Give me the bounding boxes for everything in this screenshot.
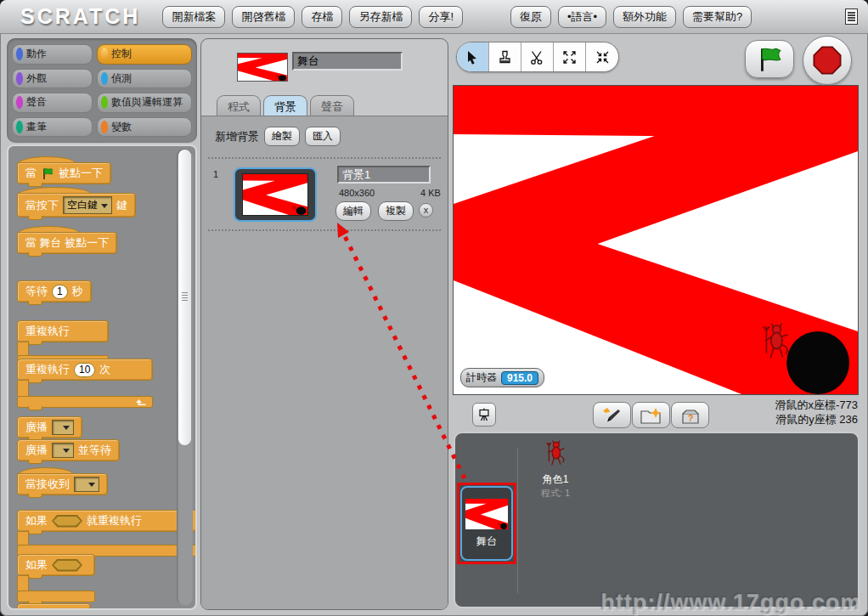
block-text: 等待 [25,284,48,299]
stage-thumbnail [465,499,508,529]
key-dropdown[interactable]: 空白鍵 [63,196,112,214]
c-spine [17,576,29,591]
message-dropdown[interactable] [74,477,99,492]
category-looks[interactable]: 外觀 [12,69,93,89]
easel-icon [476,407,492,422]
presentation-mode-button[interactable] [472,403,496,427]
number-input[interactable]: 10 [74,363,95,377]
block-when-i-receive[interactable]: 當接收到 [17,467,108,495]
timer-watcher[interactable]: 計時器 915.0 [460,368,544,387]
category-sensing[interactable]: 偵測 [97,69,192,89]
paintbrush-star-icon [601,406,623,425]
loop-arrow-icon [134,398,147,406]
stage-name-input[interactable] [292,52,403,71]
block-text: 次 [99,362,110,377]
shrink-sprite-tool[interactable] [586,42,618,71]
block-broadcast[interactable]: 廣播 [17,416,82,438]
new-background-label: 新增背景 [215,129,259,144]
background-name-input[interactable] [337,166,431,184]
menu-bar: SCRATCH 開新檔案 開啓舊檔 存檔 另存新檔 分享! 復原 •語言• 額外… [0,0,868,34]
save-as-button[interactable]: 另存新檔 [349,6,412,28]
tab-backgrounds[interactable]: 背景 [263,95,307,118]
share-button[interactable]: 分享! [419,6,463,28]
language-button[interactable]: •語言• [558,6,606,28]
broadcast-dropdown[interactable] [52,443,74,458]
shrink-arrows-icon [595,49,611,65]
block-text: 重複執行 [25,324,70,339]
open-file-button[interactable]: 開啓舊檔 [232,6,295,28]
stamp-tool[interactable] [489,42,521,71]
paint-background-button[interactable]: 繪製 [264,127,300,146]
save-button[interactable]: 存檔 [302,6,342,28]
copy-background-button[interactable]: 複製 [378,201,414,221]
scissors-icon [529,49,545,65]
block-wait[interactable]: 等待 1 秒 [17,280,92,302]
block-text: 重複執行 [25,362,70,377]
import-background-button[interactable]: 匯入 [305,127,341,146]
block-categories: 動作 控制 外觀 偵測 聲音 數值與邏輯運算 畫筆 變數 [7,38,197,143]
document-icon[interactable] [845,8,858,25]
c-bottom [17,591,95,602]
paint-new-sprite-button[interactable] [593,402,631,428]
arrow-tool[interactable] [457,42,489,71]
motion-color-dot [16,48,23,60]
stage: 計時器 915.0 [453,85,859,395]
undo-button[interactable]: 復原 [510,6,551,28]
category-control[interactable]: 控制 [97,44,192,65]
edit-background-button[interactable]: 編輯 [335,201,371,221]
category-motion[interactable]: 動作 [12,44,93,65]
background-dimensions: 480x360 [339,188,375,198]
stage-thumbnail [237,53,288,82]
folder-star-icon [640,406,663,425]
block-text: 當按下 [25,198,59,213]
palette-scrollbar[interactable] [177,149,193,606]
scrollbar-thumb[interactable] [178,150,191,445]
condition-slot[interactable] [52,559,82,572]
delete-background-button[interactable]: x [419,203,433,218]
c-spine [17,381,29,396]
block-text: 當 [25,166,37,181]
background-thumbnail[interactable] [234,167,317,222]
grow-sprite-tool[interactable] [554,42,586,71]
block-when-key-pressed[interactable]: 當按下 空白鍵 鍵 [17,187,136,218]
chevron-down-icon [101,204,108,212]
block-repeat-until[interactable]: 如果 就重複執行 [17,510,197,557]
sprite-list-item[interactable]: 角色1 程式: 1 [528,438,583,500]
category-label: 變數 [111,120,132,134]
condition-slot[interactable] [52,515,82,528]
background-index: 1 [213,169,218,179]
timer-value: 915.0 [501,371,538,385]
extras-button[interactable]: 額外功能 [613,6,676,28]
category-variables[interactable]: 變數 [97,117,192,138]
category-pen[interactable]: 畫筆 [12,117,93,138]
stage-list-item-selected[interactable]: 舞台 [457,483,516,564]
block-repeat-times[interactable]: 重複執行 10 次 [17,359,153,408]
block-when-stage-clicked[interactable]: 當 舞台 被點一下 [17,226,117,254]
chevron-down-icon [63,426,70,433]
new-file-button[interactable]: 開新檔案 [162,6,225,28]
condition-slot[interactable] [52,608,82,611]
broadcast-dropdown[interactable] [52,420,74,435]
block-if-clipped[interactable]: 如果 [17,603,91,610]
tab-scripts[interactable]: 程式 [217,95,261,118]
category-sound[interactable]: 聲音 [12,93,93,113]
help-button[interactable]: 需要幫助? [683,6,752,28]
surprise-sprite-button[interactable]: ? [671,402,709,428]
c-spine [17,342,29,355]
block-if[interactable]: 如果 [17,554,95,602]
import-sprite-button[interactable] [632,402,670,428]
stop-button[interactable] [803,36,852,85]
grow-arrows-icon [561,49,578,65]
category-label: 聲音 [26,95,47,110]
scissors-tool[interactable] [521,42,554,71]
stage-item-label: 舞台 [476,534,497,549]
block-text: 當接收到 [25,477,70,492]
category-numbers[interactable]: 數值與邏輯運算 [97,93,192,113]
tab-sounds[interactable]: 聲音 [310,95,354,118]
block-broadcast-and-wait[interactable]: 廣播 並等待 [17,439,120,461]
stop-octagon-icon [812,45,843,76]
number-input[interactable]: 1 [52,285,68,299]
green-flag-button[interactable] [745,40,794,78]
green-flag-icon [41,167,54,180]
block-when-flag-clicked[interactable]: 當 被點一下 [17,156,111,184]
